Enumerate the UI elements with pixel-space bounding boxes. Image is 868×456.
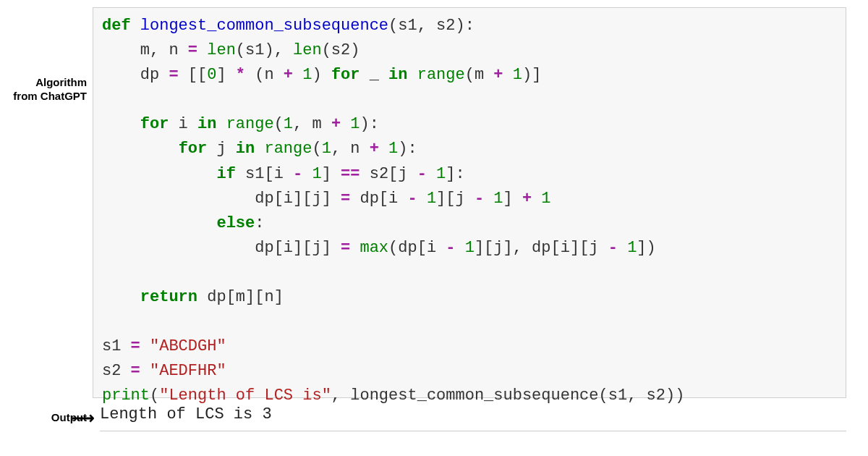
keyword-in: in [197,115,216,133]
punc: ]) [637,239,655,257]
op-minus: - [446,239,455,257]
builtin-len: len [197,41,236,59]
expr: ][j [436,190,475,208]
op-plus: + [493,66,503,84]
op-eq: = [131,362,140,380]
num-zero: 0 [207,66,216,84]
keyword-if: if [216,165,235,183]
num-one: 1 [284,115,293,133]
num-one: 1 [427,190,436,208]
punc: , n [331,140,370,158]
punc: ): [398,140,417,158]
expr: dp[m][n] [197,288,284,306]
expr: dp[i][j] [255,190,341,208]
function-name: longest_common_subsequence [140,17,388,35]
builtin-max: max [350,239,388,257]
var-i: i [169,115,197,133]
punc: , longest_common_subsequence(s1, s2)) [331,387,684,405]
num-one: 1 [436,165,446,183]
punc: [[ [179,66,208,84]
num-one: 1 [541,190,550,208]
num-one: 1 [388,140,398,158]
num-one: 1 [493,190,503,208]
op-minus: - [293,165,302,183]
expr: s2[j [359,165,417,183]
params: (s1, s2): [388,17,475,35]
punc: ] [322,165,341,183]
builtin-len: len [293,41,322,59]
output-text: Length of LCS is 3 [100,405,846,431]
code-block: def longest_common_subsequence(s1, s2): … [93,7,846,398]
num-one: 1 [312,165,321,183]
punc: (s1), [236,41,293,59]
punc: ) [312,66,331,84]
expr: dp[i][j] [255,239,341,257]
num-one: 1 [350,115,359,133]
keyword-in: in [236,140,255,158]
arrow-icon: ⟶ [72,409,95,428]
expr: dp[i [350,190,407,208]
keyword-for: for [331,66,360,84]
keyword-for: for [179,140,208,158]
expr: ][j], dp[i][j [475,239,608,257]
var-s1: s1 [102,337,131,355]
mn-vars: m, n [140,41,188,59]
var-s2: s2 [102,362,131,380]
op-eq: = [341,190,350,208]
dp-var: dp [140,66,169,84]
op-minus: - [417,165,427,183]
punc: ] [503,190,522,208]
var-j: j [207,140,236,158]
op-plus: + [331,115,341,133]
punc: (m [465,66,494,84]
builtin-print: print [102,387,150,405]
punc: : [255,214,264,232]
op-eq: = [131,337,140,355]
op-eqeq: == [341,165,359,183]
punc: (s2) [322,41,360,59]
op-plus: + [284,66,293,84]
punc: ( [150,387,159,405]
op-plus: + [370,140,379,158]
string-literal: "AEDFHR" [140,362,226,380]
punc: ]: [446,165,464,183]
op-eq: = [188,41,197,59]
punc: ( [274,115,284,133]
punc: ( [312,140,321,158]
keyword-in: in [388,66,407,84]
op-plus: + [522,190,532,208]
op-minus: - [608,239,618,257]
keyword-else: else [216,214,255,232]
label-algorithm: Algorithmfrom ChatGPT [0,76,87,104]
op-eq: = [341,239,350,257]
op-minus: - [475,190,484,208]
punc: ): [359,115,378,133]
string-literal: "Length of LCS is" [159,387,331,405]
op-eq: = [169,66,178,84]
var: _ [359,66,388,84]
num-one: 1 [513,66,522,84]
num-one: 1 [302,66,312,84]
op-star: * [236,66,245,84]
builtin-range: range [216,115,273,133]
op-minus: - [407,190,417,208]
builtin-range: range [408,66,465,84]
num-one: 1 [627,239,637,257]
keyword-return: return [140,288,197,306]
expr: s1[i [236,165,293,183]
punc: (n [245,66,284,84]
keyword-for: for [140,115,169,133]
keyword-def: def [102,17,131,35]
builtin-range: range [255,140,312,158]
punc: ] [216,66,235,84]
num-one: 1 [322,140,331,158]
punc: )] [522,66,541,84]
punc: , m [293,115,331,133]
num-one: 1 [465,239,475,257]
expr: (dp[i [388,239,446,257]
string-literal: "ABCDGH" [140,337,226,355]
